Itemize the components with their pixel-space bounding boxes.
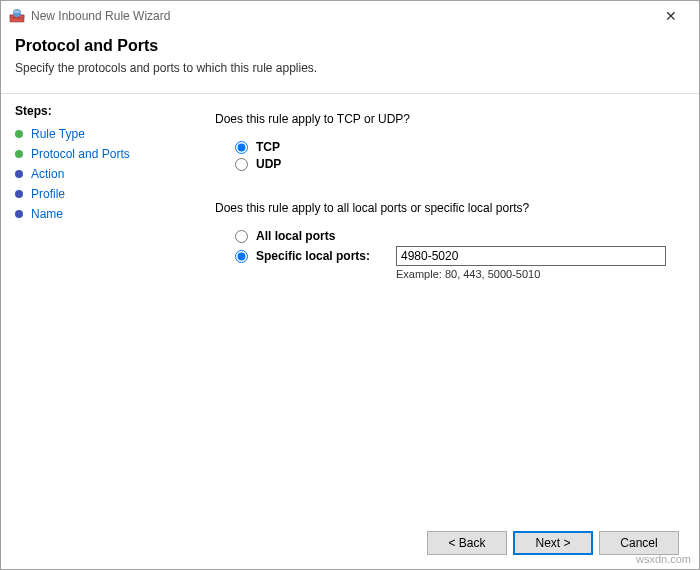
bullet-icon: [15, 170, 23, 178]
svg-rect-1: [10, 15, 14, 18]
steps-sidebar: Steps: Rule Type Protocol and Ports Acti…: [1, 94, 191, 570]
page-subtitle: Specify the protocols and ports to which…: [15, 61, 685, 75]
firewall-icon: [9, 8, 25, 24]
bullet-icon: [15, 190, 23, 198]
ports-input[interactable]: [396, 246, 666, 266]
bullet-icon: [15, 150, 23, 158]
all-ports-radio[interactable]: [235, 230, 248, 243]
step-label[interactable]: Profile: [31, 187, 65, 201]
close-icon[interactable]: ✕: [651, 8, 691, 24]
back-button[interactable]: < Back: [427, 531, 507, 555]
step-action[interactable]: Action: [15, 164, 177, 184]
next-button[interactable]: Next >: [513, 531, 593, 555]
ports-question: Does this rule apply to all local ports …: [215, 201, 675, 215]
step-rule-type[interactable]: Rule Type: [15, 124, 177, 144]
window-title: New Inbound Rule Wizard: [31, 9, 651, 23]
cancel-button[interactable]: Cancel: [599, 531, 679, 555]
specific-ports-label[interactable]: Specific local ports:: [256, 249, 396, 263]
bullet-icon: [15, 130, 23, 138]
step-label[interactable]: Name: [31, 207, 63, 221]
steps-heading: Steps:: [15, 104, 177, 118]
protocol-question: Does this rule apply to TCP or UDP?: [215, 112, 675, 126]
ports-example: Example: 80, 443, 5000-5010: [396, 268, 675, 280]
page-title: Protocol and Ports: [15, 37, 685, 55]
step-profile[interactable]: Profile: [15, 184, 177, 204]
tcp-label[interactable]: TCP: [256, 140, 280, 154]
specific-ports-radio[interactable]: [235, 250, 248, 263]
step-label[interactable]: Rule Type: [31, 127, 85, 141]
content-panel: Does this rule apply to TCP or UDP? TCP …: [191, 94, 699, 570]
step-label[interactable]: Action: [31, 167, 64, 181]
udp-radio[interactable]: [235, 158, 248, 171]
bullet-icon: [15, 210, 23, 218]
step-protocol-ports[interactable]: Protocol and Ports: [15, 144, 177, 164]
step-label[interactable]: Protocol and Ports: [31, 147, 130, 161]
udp-label[interactable]: UDP: [256, 157, 281, 171]
tcp-radio[interactable]: [235, 141, 248, 154]
all-ports-label[interactable]: All local ports: [256, 229, 335, 243]
step-name[interactable]: Name: [15, 204, 177, 224]
